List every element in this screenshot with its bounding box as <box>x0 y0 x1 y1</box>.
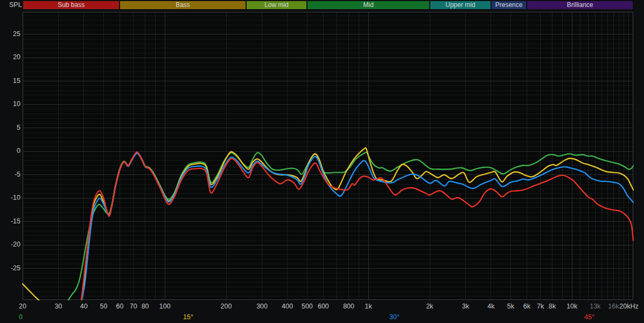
x-tick-16k: 16k <box>608 303 619 310</box>
x-tick-600: 600 <box>318 303 329 310</box>
y-tick-0: 0 <box>0 147 20 155</box>
spl-plot-area[interactable] <box>0 0 644 323</box>
x-tick-70: 70 <box>130 303 137 310</box>
y-tick--25: -25 <box>0 264 20 272</box>
x-tick-80: 80 <box>142 303 149 310</box>
frequency-response-chart: SPL Sub bassBassLow midMidUpper midPrese… <box>0 0 644 323</box>
y-tick-15: 15 <box>0 77 20 85</box>
band-mid: Mid <box>307 1 429 9</box>
y-tick--5: -5 <box>0 171 20 178</box>
x-tick-8k: 8k <box>549 303 556 310</box>
frequency-band-banner: Sub bassBassLow midMidUpper midPresenceB… <box>0 1 644 9</box>
band-low-mid: Low mid <box>247 1 307 9</box>
legend-item-0[interactable]: 0 <box>19 313 23 321</box>
y-tick--20: -20 <box>0 241 20 248</box>
x-tick-13k: 13k <box>590 303 600 310</box>
y-tick-10: 10 <box>0 100 20 108</box>
x-tick-40: 40 <box>80 303 88 310</box>
x-tick-300: 300 <box>256 303 268 310</box>
x-tick-800: 800 <box>343 303 354 310</box>
x-tick-400: 400 <box>282 303 293 310</box>
x-tick-6k: 6k <box>523 303 530 310</box>
band-bass: Bass <box>120 1 245 9</box>
y-tick--15: -15 <box>0 217 20 225</box>
x-tick-200: 200 <box>221 303 232 310</box>
x-tick-7k: 7k <box>537 303 544 310</box>
legend-item-45deg[interactable]: 45° <box>584 313 594 321</box>
x-tick-2k: 2k <box>426 303 433 310</box>
x-tick-30: 30 <box>55 303 62 310</box>
x-tick-60: 60 <box>116 303 123 310</box>
x-tick-50: 50 <box>100 303 107 310</box>
x-tick-100: 100 <box>159 303 171 310</box>
x-tick-20: 20 <box>19 303 26 310</box>
x-tick-20khz: 20kHz <box>619 303 638 310</box>
x-tick-5k: 5k <box>507 303 514 310</box>
legend-item-30deg[interactable]: 30° <box>389 313 400 321</box>
band-brilliance: Brilliance <box>527 1 633 9</box>
x-tick-10k: 10k <box>566 303 577 310</box>
band-presence: Presence <box>492 1 527 9</box>
x-tick-500: 500 <box>302 303 313 310</box>
x-tick-3k: 3k <box>462 303 469 310</box>
y-tick--10: -10 <box>0 194 20 201</box>
y-tick-25: 25 <box>0 30 20 38</box>
band-upper-mid: Upper mid <box>430 1 491 9</box>
y-tick-5: 5 <box>0 124 20 131</box>
x-tick-1k: 1k <box>365 303 372 310</box>
band-sub-bass: Sub bass <box>23 1 119 9</box>
x-tick-4k: 4k <box>487 303 494 310</box>
legend-item-15deg[interactable]: 15° <box>183 313 193 321</box>
y-tick-20: 20 <box>0 53 20 61</box>
